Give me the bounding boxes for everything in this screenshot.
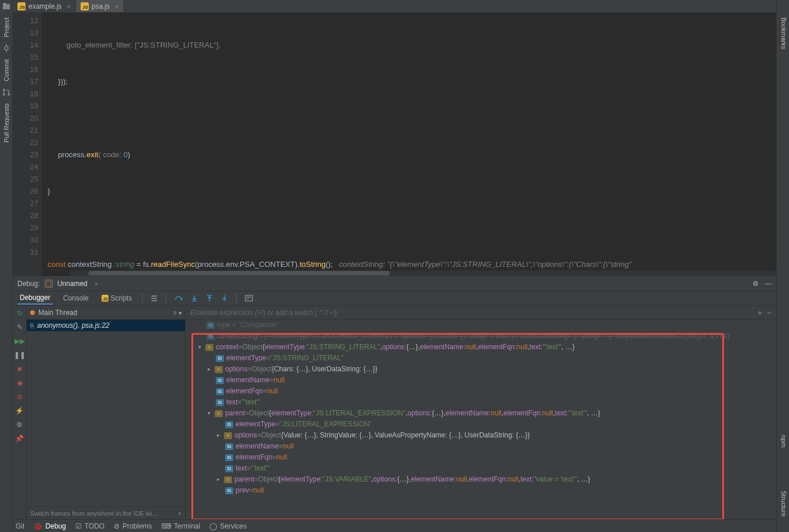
svg-rect-12 <box>245 295 252 301</box>
string-icon <box>207 322 215 329</box>
string-icon <box>225 487 233 494</box>
bug-icon: 🐞 <box>34 522 42 530</box>
run-config-icon <box>45 280 53 288</box>
frame-icon: ⎘ <box>30 322 34 329</box>
remove-watch-icon[interactable]: − <box>767 308 772 317</box>
step-out-icon[interactable] <box>206 295 213 302</box>
object-icon <box>215 410 223 417</box>
stop-icon[interactable]: ■ <box>16 365 24 373</box>
sidebar-structure[interactable]: Structure <box>780 491 787 517</box>
terminal-button[interactable]: ⌨Terminal <box>161 522 200 530</box>
debug-toolbar: Debugger Console JSScripts ☰ I <box>13 291 776 306</box>
mute-breakpoints-icon[interactable]: ⊘ <box>16 393 24 401</box>
svg-point-2 <box>5 46 8 50</box>
run-to-cursor-icon[interactable]: I <box>221 295 228 302</box>
string-icon <box>216 388 224 395</box>
threads-icon[interactable]: ☰ <box>151 294 158 303</box>
tab-example-js[interactable]: JS example.js × <box>13 0 76 12</box>
step-over-icon[interactable] <box>175 295 183 302</box>
add-watch-icon[interactable]: + <box>758 308 762 317</box>
svg-rect-0 <box>3 4 10 9</box>
filter-icon[interactable]: ▿ <box>173 309 177 316</box>
close-icon[interactable]: × <box>115 3 118 10</box>
editor-tabs: JS example.js × JS psa.js × <box>13 0 776 13</box>
sidebar-project[interactable]: Project <box>3 14 10 41</box>
horizontal-scrollbar[interactable] <box>71 270 776 276</box>
string-icon <box>225 465 233 472</box>
stack-frame[interactable]: ⎘ anonymous(), psa.js:22 <box>27 320 185 331</box>
scrollbar-thumb[interactable] <box>88 271 390 276</box>
expand-icon[interactable]: ▸ <box>205 364 212 375</box>
project-icon[interactable] <box>2 2 10 10</box>
sidebar-pull-requests[interactable]: Pull Requests <box>3 100 10 146</box>
code-content[interactable]: goto_element_filter: ["JS:STRING_LITERAL… <box>42 13 776 276</box>
frames-footer: Switch frames from anywhere in the IDE w… <box>27 506 185 519</box>
close-icon[interactable]: × <box>95 280 98 287</box>
status-bar: ⎇Git 🐞Debug ☑TODO ⊘Problems ⌨Terminal ◯S… <box>0 519 789 532</box>
debugger-tab[interactable]: Debugger <box>17 292 53 305</box>
settings-icon[interactable]: ⚙ <box>752 280 759 288</box>
debug-button[interactable]: 🐞Debug <box>34 522 66 530</box>
variables-panel: Evaluate expression (⏎) or add a watch (… <box>186 306 776 519</box>
thread-name[interactable]: Main Thread <box>38 309 77 317</box>
string-icon <box>207 333 215 340</box>
code-editor[interactable]: 1213141516171819202122232425262728293031… <box>13 13 776 276</box>
gutter: 1213141516171819202122232425262728293031 <box>13 13 42 276</box>
debug-config-name[interactable]: Unnamed <box>57 280 88 288</box>
variables-tree[interactable]: type = "Completion" contextString = "{\"… <box>186 320 776 519</box>
close-icon[interactable]: × <box>178 510 182 517</box>
expand-icon[interactable]: ▸ <box>215 474 222 485</box>
rerun-icon[interactable]: ↻ <box>16 309 24 317</box>
todo-icon: ☑ <box>75 522 82 530</box>
evaluate-expression-input[interactable]: Evaluate expression (⏎) or add a watch (… <box>186 306 776 320</box>
view-breakpoints-icon[interactable]: ◉ <box>16 379 24 387</box>
console-tab[interactable]: Console <box>61 292 91 304</box>
problems-icon: ⊘ <box>114 522 120 530</box>
close-icon[interactable]: × <box>67 3 70 10</box>
problems-button[interactable]: ⊘Problems <box>114 522 152 530</box>
hide-icon[interactable]: — <box>765 280 772 288</box>
js-file-icon: JS <box>17 2 26 10</box>
string-icon <box>216 377 224 384</box>
pull-request-icon[interactable] <box>2 88 10 96</box>
expand-icon[interactable]: ▾ <box>196 342 203 353</box>
frame-label: anonymous(), psa.js:22 <box>37 321 110 330</box>
expand-icon[interactable]: ▾ <box>205 408 212 419</box>
step-into-icon[interactable] <box>191 295 198 302</box>
pause-icon[interactable]: ❚❚ <box>16 351 24 359</box>
sidebar-npm[interactable]: npm <box>780 435 787 447</box>
todo-button[interactable]: ☑TODO <box>75 522 104 530</box>
svg-point-5 <box>3 89 5 91</box>
scripts-tab[interactable]: JSScripts <box>99 292 135 304</box>
string-icon <box>225 443 233 450</box>
frames-panel: Main Thread ▿ ▾ ⎘ anonymous(), psa.js:22… <box>27 306 186 519</box>
left-tool-window-bar: Project Commit Pull Requests <box>0 0 13 532</box>
tab-psa-js[interactable]: JS psa.js × <box>76 0 124 12</box>
svg-rect-1 <box>3 3 6 5</box>
tab-label: example.js <box>28 2 61 10</box>
pin-icon[interactable]: 📌 <box>16 435 24 443</box>
sidebar-commit[interactable]: Commit <box>3 56 10 85</box>
settings-icon[interactable]: ⚙ <box>16 421 24 429</box>
svg-point-7 <box>8 93 10 96</box>
object-icon <box>224 432 232 439</box>
debug-label: Debug: <box>17 280 40 288</box>
js-file-icon: JS <box>81 2 89 10</box>
sidebar-bookmarks[interactable]: Bookmarks <box>780 17 787 49</box>
string-icon <box>216 399 224 406</box>
resume-icon[interactable]: ▶▶ <box>16 337 24 345</box>
svg-rect-8 <box>46 281 51 286</box>
string-icon <box>216 355 224 362</box>
string-icon <box>225 454 233 461</box>
evaluate-expression-icon[interactable] <box>245 295 253 302</box>
terminal-icon: ⌨ <box>161 522 171 530</box>
object-icon <box>215 366 223 373</box>
thread-dump-icon[interactable]: ⚡ <box>16 407 24 415</box>
object-icon <box>224 476 232 483</box>
services-button[interactable]: ◯Services <box>209 522 247 530</box>
dropdown-icon[interactable]: ▾ <box>179 310 182 316</box>
commit-icon[interactable] <box>2 44 10 52</box>
expand-icon[interactable]: ▸ <box>215 430 222 441</box>
string-icon <box>225 421 233 428</box>
modify-run-config-icon[interactable]: ✎ <box>16 323 24 331</box>
